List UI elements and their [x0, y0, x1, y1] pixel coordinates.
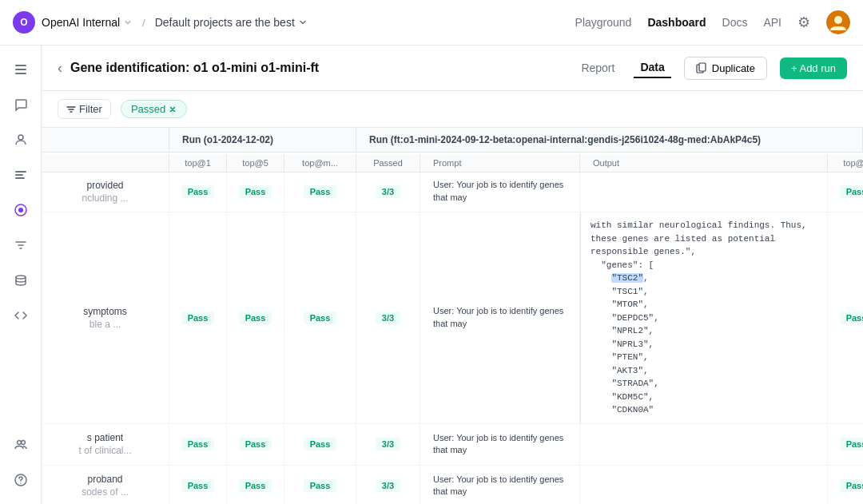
- row-top5: Pass: [227, 212, 284, 423]
- org-name[interactable]: OpenAI Internal: [42, 16, 133, 29]
- row-top5: Pass: [227, 424, 284, 465]
- nav-docs[interactable]: Docs: [722, 16, 748, 29]
- svg-point-5: [18, 135, 23, 140]
- table-area: Run (o1-2024-12-02) Run (ft:o1-mini-2024…: [42, 128, 863, 504]
- row-passed: 3/3: [356, 466, 420, 505]
- close-icon[interactable]: [169, 105, 177, 113]
- row-r2top1: Pass: [828, 212, 863, 423]
- sidebar-icons: [0, 46, 42, 504]
- tab-data[interactable]: Data: [634, 58, 670, 78]
- top-nav: O OpenAI Internal / Default projects are…: [0, 0, 863, 46]
- row-prompt: User: Your job is to identify genes that…: [420, 424, 580, 465]
- sidebar-toggle-icon[interactable]: [6, 55, 35, 84]
- nav-dashboard[interactable]: Dashboard: [647, 16, 706, 29]
- svg-point-13: [21, 441, 25, 445]
- header-left: ‹ Gene identification: o1 o1-mini o1-min…: [58, 60, 319, 77]
- row-output: [580, 424, 828, 465]
- tab-report[interactable]: Report: [575, 58, 621, 77]
- breadcrumb-separator: /: [142, 17, 145, 29]
- run1-header: Run (o1-2024-12-02): [169, 128, 356, 152]
- svg-point-11: [16, 276, 26, 279]
- table-body: provided ncluding ... Pass Pass Pass 3/3…: [42, 171, 863, 504]
- back-button[interactable]: ‹: [58, 60, 62, 77]
- settings-icon[interactable]: ⚙: [797, 14, 810, 31]
- sidebar-help-icon[interactable]: [6, 466, 35, 494]
- row-top1: Pass: [169, 424, 227, 465]
- sidebar-code-icon[interactable]: [6, 301, 35, 330]
- col-passed-header: Passed: [356, 154, 420, 172]
- row-label: symptoms ble a ...: [42, 212, 169, 423]
- user-avatar[interactable]: [826, 10, 850, 34]
- col-output-header: Output: [580, 154, 828, 172]
- row-topm: Pass: [284, 171, 356, 212]
- row-output: [580, 466, 828, 505]
- row-top5: Pass: [227, 171, 284, 212]
- sidebar-team-icon[interactable]: [6, 431, 35, 459]
- passed-filter-badge[interactable]: Passed: [121, 100, 187, 118]
- row-passed: 3/3: [356, 212, 420, 423]
- row-top1: Pass: [169, 466, 227, 505]
- col-top1-header: top@1: [169, 154, 227, 172]
- row-r2top1: Pass: [828, 424, 863, 465]
- svg-point-10: [18, 208, 23, 212]
- header-right: Report Data Duplicate + Add run: [575, 57, 847, 80]
- filter-bar: Filter Passed: [42, 91, 863, 128]
- svg-point-1: [834, 16, 842, 24]
- run-col-empty: [42, 128, 169, 152]
- table-row[interactable]: proband sodes of ... Pass Pass Pass 3/3 …: [42, 466, 863, 505]
- filter-button[interactable]: Filter: [58, 99, 111, 119]
- sidebar-list-icon[interactable]: [6, 161, 35, 189]
- sidebar-eval-icon[interactable]: [6, 196, 35, 224]
- col-prompt-header: Prompt: [420, 154, 580, 172]
- nav-playground[interactable]: Playground: [575, 16, 632, 29]
- svg-rect-3: [15, 69, 26, 70]
- row-prompt: User: Your job is to identify genes that…: [420, 171, 580, 212]
- col-topm-header: top@m...: [284, 154, 356, 172]
- row-label: s patient t of clinical...: [42, 424, 169, 465]
- row-label: proband sodes of ...: [42, 466, 169, 505]
- table-row[interactable]: s patient t of clinical... Pass Pass Pas…: [42, 424, 863, 466]
- col-empty: [42, 154, 169, 172]
- row-r2top1: Pass: [828, 466, 863, 505]
- row-topm: Pass: [284, 424, 356, 465]
- page-title: Gene identification: o1 o1-mini o1-mini-…: [70, 61, 319, 75]
- row-output: [580, 171, 828, 212]
- svg-point-15: [20, 482, 21, 483]
- sidebar-db-icon[interactable]: [6, 266, 35, 295]
- avatar-image: [826, 10, 850, 34]
- row-topm: Pass: [284, 212, 356, 423]
- main-layout: ‹ Gene identification: o1 o1-mini o1-min…: [0, 46, 863, 504]
- runs-header: Run (o1-2024-12-02) Run (ft:o1-mini-2024…: [42, 128, 863, 153]
- row-prompt: User: Your job is to identify genes that…: [420, 466, 580, 505]
- add-run-button[interactable]: + Add run: [780, 58, 847, 79]
- svg-rect-2: [15, 65, 26, 66]
- project-name[interactable]: Default projects are the best: [155, 16, 308, 29]
- svg-rect-7: [15, 174, 23, 176]
- table-row[interactable]: provided ncluding ... Pass Pass Pass 3/3…: [42, 171, 863, 212]
- col-top1b-header: top@1: [828, 154, 863, 172]
- svg-rect-17: [699, 63, 706, 71]
- filter-icon: [66, 105, 76, 114]
- org-badge: O: [13, 11, 35, 34]
- run2-header: Run (ft:o1-mini-2024-09-12-beta:openai-i…: [356, 128, 863, 152]
- sidebar-tune-icon[interactable]: [6, 231, 35, 260]
- chevron-down-icon: [123, 18, 133, 27]
- row-top5: Pass: [227, 466, 284, 505]
- sidebar-user-icon[interactable]: [6, 125, 35, 154]
- content-area: ‹ Gene identification: o1 o1-mini o1-min…: [42, 46, 863, 504]
- row-top1: Pass: [169, 212, 227, 423]
- table-row[interactable]: symptoms ble a ... Pass Pass Pass 3/3 Us…: [42, 212, 863, 424]
- row-prompt: User: Your job is to identify genes that…: [420, 212, 580, 423]
- row-topm: Pass: [284, 466, 356, 505]
- nav-right: Playground Dashboard Docs API ⚙: [575, 10, 850, 34]
- nav-left: O OpenAI Internal / Default projects are…: [13, 11, 575, 34]
- row-r2top1: Pass: [828, 171, 863, 212]
- nav-api[interactable]: API: [763, 16, 781, 29]
- row-output-panel: with similar neurological findings. Thus…: [580, 212, 828, 423]
- sidebar-chat-icon[interactable]: [6, 90, 35, 119]
- svg-rect-6: [15, 171, 26, 173]
- row-top1: Pass: [169, 171, 227, 212]
- duplicate-button[interactable]: Duplicate: [684, 57, 767, 80]
- chevron-down-icon-2: [298, 18, 308, 27]
- row-label: provided ncluding ...: [42, 171, 169, 212]
